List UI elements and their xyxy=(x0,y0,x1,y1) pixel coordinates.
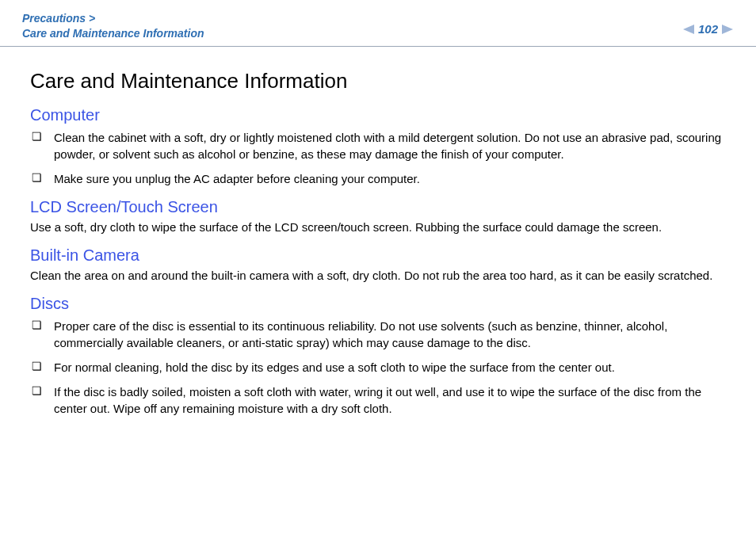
list-item: For normal cleaning, hold the disc by it… xyxy=(30,359,731,376)
list-item: If the disc is badly soiled, moisten a s… xyxy=(30,383,731,417)
list-item: Make sure you unplug the AC adapter befo… xyxy=(30,170,731,187)
page-number-nav: 102 xyxy=(682,11,734,36)
page-content: Care and Maintenance Information Compute… xyxy=(0,47,756,418)
computer-list: Clean the cabinet with a soft, dry or li… xyxy=(30,129,731,187)
svg-marker-0 xyxy=(683,25,694,34)
list-item: Proper care of the disc is essential to … xyxy=(30,318,731,351)
next-page-arrow-icon[interactable] xyxy=(721,24,734,35)
prev-page-arrow-icon[interactable] xyxy=(682,24,695,35)
document-page: Precautions > Care and Maintenance Infor… xyxy=(0,0,756,534)
section-heading-lcd: LCD Screen/Touch Screen xyxy=(30,198,731,216)
breadcrumb-line-2: Care and Maintenance Information xyxy=(22,27,204,40)
section-heading-discs: Discs xyxy=(30,295,731,313)
list-item: Clean the cabinet with a soft, dry or li… xyxy=(30,129,731,162)
breadcrumb-line-1: Precautions > xyxy=(22,12,95,25)
page-header: Precautions > Care and Maintenance Infor… xyxy=(0,0,756,47)
section-heading-camera: Built-in Camera xyxy=(30,246,731,265)
page-number: 102 xyxy=(698,22,718,36)
discs-list: Proper care of the disc is essential to … xyxy=(30,318,731,417)
camera-text: Clean the area on and around the built-i… xyxy=(30,268,731,284)
page-title: Care and Maintenance Information xyxy=(30,69,731,93)
breadcrumb: Precautions > Care and Maintenance Infor… xyxy=(22,11,204,41)
section-heading-computer: Computer xyxy=(30,106,731,124)
lcd-text: Use a soft, dry cloth to wipe the surfac… xyxy=(30,219,731,235)
svg-marker-1 xyxy=(722,25,733,34)
